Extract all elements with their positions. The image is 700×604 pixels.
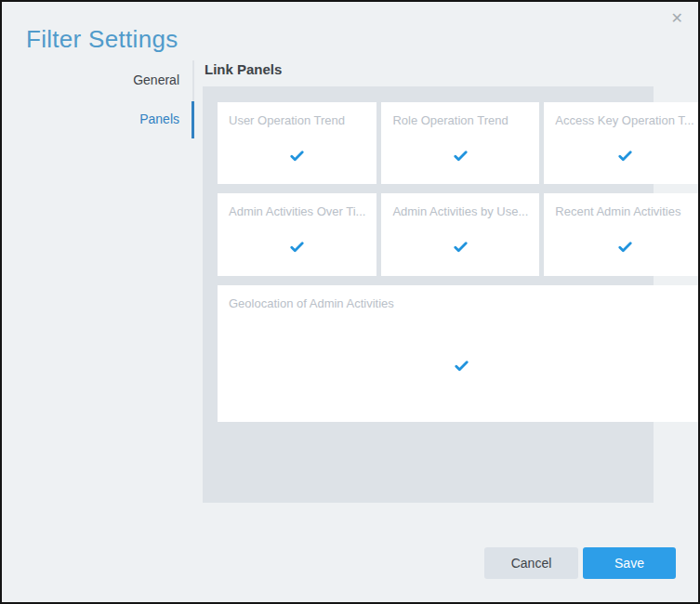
panel-card-recent-admin-activities[interactable]: Recent Admin Activities (544, 193, 700, 276)
check-icon (290, 151, 304, 162)
check-icon (454, 242, 468, 253)
link-panels-container: User Operation Trend Role Operation Tren… (203, 86, 654, 503)
settings-tab-list: General Panels (2, 60, 194, 138)
panel-checkbox[interactable] (381, 127, 539, 184)
panel-checkbox[interactable] (218, 310, 700, 422)
panel-card-admin-activities-over-time[interactable]: Admin Activities Over Ti... (218, 193, 376, 276)
filter-settings-dialog: { "colors": { "page_bg": "#eef1f3", "con… (0, 0, 700, 604)
cancel-button[interactable]: Cancel (484, 547, 578, 579)
close-icon[interactable]: ✕ (671, 11, 683, 26)
save-button[interactable]: Save (583, 547, 676, 579)
check-icon (618, 242, 632, 253)
panel-card-admin-activities-by-user[interactable]: Admin Activities by Use... (381, 193, 539, 276)
tab-general[interactable]: General (2, 60, 192, 99)
panel-title: Recent Admin Activities (544, 193, 700, 218)
panel-title: Access Key Operation T... (544, 102, 700, 127)
panel-title: Geolocation of Admin Activities (218, 285, 700, 310)
panel-title: Role Operation Trend (381, 102, 539, 127)
panel-card-user-operation-trend[interactable]: User Operation Trend (218, 102, 376, 184)
check-icon (455, 361, 469, 372)
panel-grid: User Operation Trend Role Operation Tren… (218, 102, 639, 422)
panel-title: User Operation Trend (218, 102, 376, 127)
tab-panels[interactable]: Panels (2, 99, 192, 138)
link-panels-heading: Link Panels (205, 61, 282, 77)
panel-card-role-operation-trend[interactable]: Role Operation Trend (381, 102, 539, 184)
check-icon (454, 151, 468, 162)
panel-title: Admin Activities Over Ti... (218, 193, 376, 218)
panel-checkbox[interactable] (544, 218, 700, 276)
panel-checkbox[interactable] (218, 127, 376, 184)
check-icon (290, 242, 304, 253)
panel-checkbox[interactable] (381, 218, 539, 276)
panel-checkbox[interactable] (544, 127, 700, 184)
dialog-footer: Cancel Save (484, 547, 676, 579)
dialog-title: Filter Settings (26, 25, 178, 54)
check-icon (618, 151, 632, 162)
panel-card-geolocation-of-admin-activities[interactable]: Geolocation of Admin Activities (218, 285, 700, 422)
panel-checkbox[interactable] (218, 218, 376, 276)
panel-title: Admin Activities by Use... (381, 193, 539, 218)
panel-card-access-key-operation-trend[interactable]: Access Key Operation T... (544, 102, 700, 184)
